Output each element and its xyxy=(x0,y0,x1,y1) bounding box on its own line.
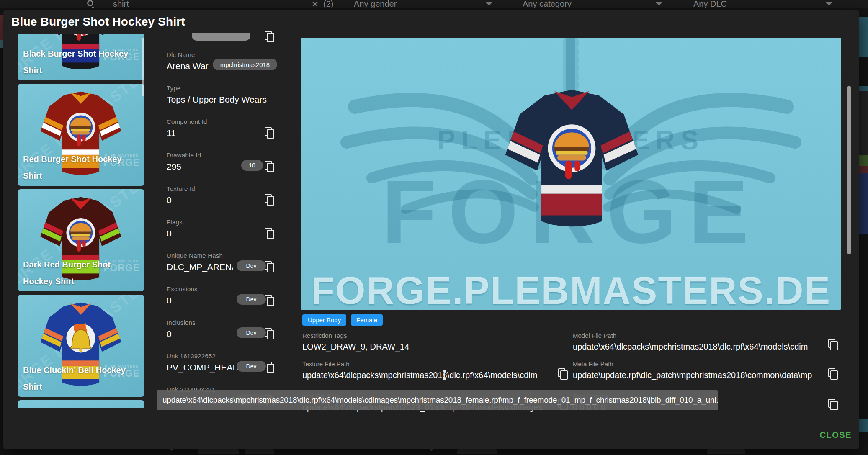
dlc-pack-badge: mpchristmas2018 xyxy=(213,59,277,70)
copy-icon[interactable] xyxy=(265,127,274,139)
tag-upper-body[interactable]: Upper Body xyxy=(302,314,346,326)
dev-badge[interactable]: Dev xyxy=(237,327,266,338)
background-card-sliver xyxy=(859,419,868,432)
field-texture-id: Texture Id 0 xyxy=(167,185,280,205)
copy-icon[interactable] xyxy=(828,339,838,350)
text-cursor xyxy=(444,370,445,380)
list-item-red-burger-shot[interactable]: FORGE PLEBMASTERS.DE PLEB MASTERSFORGE R… xyxy=(18,84,144,186)
background-footer-shape xyxy=(198,448,239,454)
filter-any-dlc[interactable]: Any DLC xyxy=(693,0,727,8)
dev-badge[interactable]: Dev xyxy=(237,294,266,305)
copy-icon[interactable] xyxy=(265,228,274,239)
background-card-sliver xyxy=(0,40,3,48)
copy-icon[interactable] xyxy=(265,161,274,172)
field-model-file-path: Model File Path update\x64\dlcpacks\mpch… xyxy=(573,332,808,352)
chevron-down-icon[interactable] xyxy=(656,2,662,6)
truncated-control[interactable] xyxy=(192,33,250,41)
background-topbar: shirt ✕ (2) Any gender Any category Any … xyxy=(0,0,868,8)
field-meta-file-path: Meta File Path update\update.rpf\dlc_pat… xyxy=(573,360,812,380)
tile-label: Dark Red Burger Shot Hockey Shirt xyxy=(23,256,140,290)
close-button[interactable]: CLOSE xyxy=(820,430,852,440)
jersey-render xyxy=(500,80,644,240)
field-restriction-tags: Restriction Tags LOW2_DRAW_9, DRAW_14 xyxy=(302,332,409,352)
background-footer-shape xyxy=(245,448,274,454)
list-scrollbar-thumb[interactable] xyxy=(142,38,144,96)
copy-icon[interactable] xyxy=(265,295,274,306)
tile-label: Red Burger Shot Hockey Shirt xyxy=(23,151,140,184)
background-card-sliver xyxy=(859,17,868,57)
background-card-sliver xyxy=(0,15,3,40)
copy-icon[interactable] xyxy=(265,362,274,373)
chevron-down-icon[interactable] xyxy=(826,2,832,6)
background-card-sliver xyxy=(859,173,868,234)
watermark-url: FORGE.PLEBMASTERS.DE xyxy=(301,269,841,310)
copy-icon[interactable] xyxy=(828,368,838,380)
dev-badge[interactable]: Dev xyxy=(237,361,266,372)
copy-icon[interactable] xyxy=(265,194,274,206)
filter-any-category[interactable]: Any category xyxy=(523,0,572,8)
count-badge: 10 xyxy=(241,160,263,171)
clear-search-icon[interactable]: ✕ xyxy=(312,0,319,8)
background-card-sliver xyxy=(859,86,868,91)
tile-label: Blue Cluckin' Bell Hockey Shirt xyxy=(23,362,140,395)
copy-icon[interactable] xyxy=(265,261,274,272)
item-details-dialog: Blue Burger Shot Hockey Shirt FORGE PLEB… xyxy=(3,10,859,449)
background-card-sliver xyxy=(859,155,868,166)
copy-icon[interactable] xyxy=(828,399,838,410)
dev-badge[interactable]: Dev xyxy=(237,260,266,271)
copy-icon[interactable] xyxy=(265,328,274,339)
search-input[interactable]: shirt xyxy=(113,0,129,8)
field-component-id: Component Id 11 xyxy=(167,118,280,138)
copy-icon[interactable] xyxy=(558,368,568,380)
result-count: (2) xyxy=(323,0,333,8)
list-item-dark-red-burger-shot[interactable]: FORGE PLEBMASTERS.DE PLEB MASTERSFORGE D… xyxy=(18,189,144,291)
background-card-sliver xyxy=(859,91,868,155)
preview-panel: PLEBMASTERS FORGE FORGE.PLEBMASTERS.DE xyxy=(301,38,841,310)
background-footer-shape xyxy=(707,448,745,454)
path-tooltip: update\x64\dlcpacks\mpchristmas2018\dlc.… xyxy=(157,390,718,410)
chevron-down-icon[interactable] xyxy=(486,2,492,6)
field-texture-file-path: Texture File Path update\x64\dlcpacks\mp… xyxy=(302,360,537,380)
background-footer-shape xyxy=(457,448,497,454)
tag-female[interactable]: Female xyxy=(351,314,383,326)
dialog-scrollbar-thumb[interactable] xyxy=(847,86,851,254)
screen: shirt ✕ (2) Any gender Any category Any … xyxy=(0,0,868,455)
background-card-sliver xyxy=(859,166,868,173)
field-flags: Flags 0 xyxy=(167,219,280,239)
list-item-blue-cluckin-bell[interactable]: FORGE PLEBMASTERS.DE PLEB MASTERSFORGE B… xyxy=(18,295,144,397)
copy-icon[interactable] xyxy=(265,31,274,42)
field-type: Type Tops / Upper Body Wears xyxy=(167,85,280,105)
tile-label: Black Burger Shot Hockey Shirt xyxy=(23,45,140,79)
page-title: Blue Burger Shot Hockey Shirt xyxy=(11,15,185,28)
variant-list: FORGE PLEBMASTERS.DE PLEB MASTERSFORGE B… xyxy=(18,34,144,408)
jersey-image xyxy=(37,402,125,408)
field-drawable-id: Drawable Id 295 xyxy=(167,152,280,172)
search-icon xyxy=(87,0,93,6)
list-item-partial[interactable] xyxy=(18,400,144,408)
filter-any-gender[interactable]: Any gender xyxy=(354,0,397,8)
list-item-black-burger-shot[interactable]: FORGE PLEBMASTERS.DE PLEB MASTERSFORGE B… xyxy=(18,34,144,80)
